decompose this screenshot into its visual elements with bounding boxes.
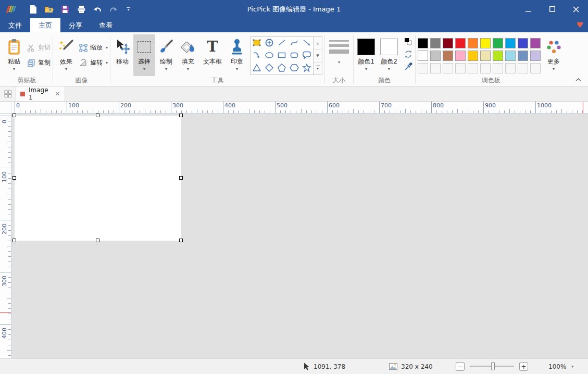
shape-line[interactable] <box>277 38 287 49</box>
palette-swatch-empty[interactable] <box>443 63 453 73</box>
resize-button[interactable]: 缩放 ▾ <box>79 43 108 52</box>
copy-button[interactable]: 复制 <box>27 58 51 67</box>
tab-close-icon[interactable]: × <box>55 91 60 96</box>
palette-swatch-empty[interactable] <box>480 63 491 73</box>
shape-diamond[interactable] <box>264 63 274 74</box>
color-picker-button[interactable] <box>403 61 414 72</box>
palette-swatch[interactable] <box>493 51 503 61</box>
zoom-out-button[interactable]: − <box>456 362 465 371</box>
shape-speech-bubble[interactable] <box>302 51 312 61</box>
shape-curve[interactable] <box>289 38 299 49</box>
fill-button[interactable]: 填充 ▾ <box>177 34 199 76</box>
tab-file[interactable]: 文件 <box>0 18 30 32</box>
palette-swatch[interactable] <box>480 51 491 61</box>
selection-handle[interactable] <box>179 114 183 117</box>
redo-button[interactable] <box>108 4 119 15</box>
select-button[interactable]: 选择 ▾ <box>133 34 155 76</box>
gallery-scroll-down-button[interactable]: ▼ <box>314 49 322 61</box>
shape-hexagon[interactable] <box>289 63 299 74</box>
palette-swatch[interactable] <box>505 51 516 61</box>
selection-handle[interactable] <box>179 176 183 180</box>
color2-button[interactable]: 颜色2 ▾ <box>378 34 401 76</box>
palette-swatch[interactable] <box>430 51 441 61</box>
stamp-button[interactable]: 印章 ▾ <box>226 34 248 76</box>
palette-swatch[interactable] <box>418 51 428 61</box>
more-colors-button[interactable]: 更多 ▾ <box>542 34 566 76</box>
zoom-slider-handle[interactable] <box>491 362 495 370</box>
cut-button[interactable]: 剪切 <box>27 43 51 52</box>
zoom-slider[interactable] <box>470 366 514 367</box>
selection-handle[interactable] <box>12 176 16 180</box>
zoom-in-button[interactable]: + <box>519 362 528 371</box>
shape-rounded-rectangle[interactable] <box>289 51 299 61</box>
canvas-viewport[interactable] <box>11 114 588 358</box>
image-canvas[interactable] <box>15 116 181 241</box>
palette-swatch-empty[interactable] <box>493 63 503 73</box>
palette-swatch[interactable] <box>455 38 466 48</box>
line-size-button[interactable]: ▾ <box>327 34 352 76</box>
default-colors-button[interactable] <box>403 36 414 47</box>
selection-handle[interactable] <box>12 239 16 242</box>
selection-handle[interactable] <box>179 239 183 242</box>
draw-button[interactable]: 绘制 ▾ <box>155 34 177 76</box>
palette-swatch[interactable] <box>443 38 453 48</box>
rotate-button[interactable]: 旋转 ▾ <box>79 58 108 67</box>
shape-filled-rectangle[interactable] <box>252 38 262 49</box>
window-list-button[interactable] <box>0 86 16 101</box>
shape-star[interactable] <box>302 63 312 74</box>
shape-pentagon[interactable] <box>277 63 287 74</box>
palette-swatch[interactable] <box>468 38 478 48</box>
palette-swatch[interactable] <box>505 38 516 48</box>
shape-curved-arrow[interactable] <box>252 51 262 61</box>
shape-ellipse[interactable] <box>264 51 274 61</box>
swap-colors-button[interactable] <box>403 49 414 59</box>
selection-handle[interactable] <box>12 114 16 117</box>
document-tab-image1[interactable]: Image 1 × <box>16 86 65 101</box>
heart-icon[interactable]: ♥ <box>577 20 583 30</box>
open-file-button[interactable] <box>44 4 54 15</box>
tab-share[interactable]: 分享 <box>60 18 91 32</box>
move-button[interactable]: 移动 <box>111 34 133 76</box>
tab-home[interactable]: 主页 <box>30 18 60 32</box>
save-button[interactable] <box>60 4 70 15</box>
palette-swatch[interactable] <box>530 51 541 61</box>
palette-swatch-empty[interactable] <box>455 63 466 73</box>
paste-button[interactable]: 粘贴 ▾ <box>2 34 26 76</box>
print-button[interactable] <box>76 4 86 15</box>
selection-handle[interactable] <box>96 114 99 117</box>
palette-swatch[interactable] <box>480 38 491 48</box>
tab-view[interactable]: 查看 <box>91 18 121 32</box>
palette-swatch-empty[interactable] <box>430 63 441 73</box>
effects-button[interactable]: 效果 ▾ <box>54 34 78 76</box>
palette-swatch[interactable] <box>455 51 466 61</box>
shape-arrow-line[interactable] <box>302 38 312 49</box>
selection-handle[interactable] <box>96 239 99 242</box>
palette-swatch[interactable] <box>443 51 453 61</box>
zoom-level-item[interactable]: 100% ▾ <box>548 359 573 374</box>
palette-swatch[interactable] <box>468 51 478 61</box>
palette-swatch[interactable] <box>518 51 528 61</box>
undo-button[interactable] <box>92 4 103 15</box>
palette-swatch-empty[interactable] <box>530 63 541 73</box>
maximize-button[interactable] <box>540 0 564 18</box>
gallery-more-button[interactable]: ▾ <box>314 62 322 74</box>
palette-swatch[interactable] <box>493 38 503 48</box>
gallery-scroll-up-button[interactable]: ▲ <box>314 37 322 49</box>
textbox-button[interactable]: T 文本框 <box>199 34 226 76</box>
palette-swatch-empty[interactable] <box>418 63 428 73</box>
customize-quick-access-button[interactable]: ▾ <box>127 7 130 11</box>
shape-triangle[interactable] <box>252 63 262 74</box>
palette-swatch[interactable] <box>430 38 441 48</box>
collapse-ribbon-button[interactable] <box>573 76 583 83</box>
palette-swatch-empty[interactable] <box>505 63 516 73</box>
minimize-button[interactable] <box>516 0 540 18</box>
shape-rectangle[interactable] <box>277 51 287 61</box>
palette-swatch-empty[interactable] <box>468 63 478 73</box>
shape-circle-highlight[interactable] <box>264 38 274 49</box>
palette-swatch[interactable] <box>530 38 541 48</box>
new-file-button[interactable] <box>28 4 38 15</box>
palette-swatch-empty[interactable] <box>518 63 528 73</box>
palette-swatch[interactable] <box>518 38 528 48</box>
palette-swatch[interactable] <box>418 38 428 48</box>
close-button[interactable] <box>564 0 588 18</box>
